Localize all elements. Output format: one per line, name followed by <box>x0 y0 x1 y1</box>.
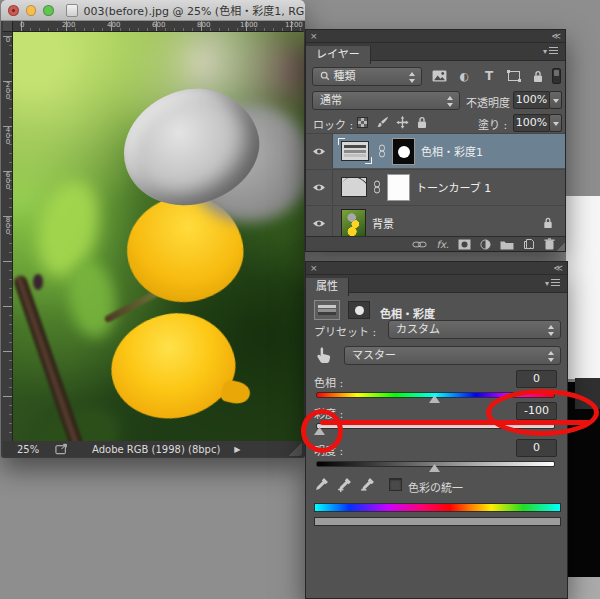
filter-pixel-layers-icon[interactable] <box>429 68 449 84</box>
ruler-label: 200 <box>4 81 12 99</box>
document-proxy-icon <box>66 4 79 17</box>
layer-row-background[interactable]: 背景 <box>306 205 565 240</box>
opacity-value-field[interactable]: 100% <box>513 91 550 109</box>
panel-close-icon[interactable]: × <box>310 262 318 274</box>
preset-label: プリセット : <box>314 323 376 339</box>
window-resize-grip[interactable] <box>289 443 302 456</box>
layer-row-curves[interactable]: トーンカーブ 1 <box>306 169 565 204</box>
ruler-label: 200 <box>62 21 75 29</box>
curves-thumbnail-icon[interactable] <box>341 177 367 197</box>
visibility-toggle[interactable] <box>306 206 333 240</box>
filter-smart-object-icon[interactable] <box>528 68 548 84</box>
new-adjustment-layer-icon[interactable] <box>480 239 491 250</box>
layer-filter-toggle[interactable] <box>552 68 561 84</box>
lock-position-move-icon[interactable] <box>392 114 412 130</box>
type-tool-icon: T <box>485 69 493 83</box>
eye-icon <box>312 147 326 156</box>
ruler-vertical: 0 200 400 600 800 <box>3 32 13 441</box>
ruler-label: 600 <box>4 171 12 189</box>
minimize-button[interactable] <box>26 5 37 16</box>
layer-mask-thumbnail[interactable] <box>392 138 415 165</box>
saturation-slider-track[interactable] <box>316 423 555 429</box>
panel-menu-icon[interactable]: ▾ <box>543 47 561 57</box>
visibility-toggle[interactable] <box>306 170 333 204</box>
lock-all-icon[interactable] <box>412 114 432 130</box>
link-layers-icon[interactable] <box>412 240 427 249</box>
canvas-image[interactable] <box>13 32 304 441</box>
titlebar[interactable]: 003(before).jpg @ 25% (色相・彩度1, RG... <box>1 0 305 21</box>
preset-dropdown[interactable]: カスタム <box>388 320 561 339</box>
caret-icon: ▾ <box>545 279 549 288</box>
panel-menu-icon[interactable]: ▾ <box>545 279 563 289</box>
fill-value-field[interactable]: 100% <box>513 114 550 132</box>
layer-row-hue-saturation[interactable]: 色相・彩度1 <box>306 133 565 168</box>
layer-mask-thumbnail[interactable] <box>387 174 410 201</box>
layer-name[interactable]: トーンカーブ 1 <box>416 179 491 195</box>
lock-pixels-brush-icon[interactable] <box>372 114 392 130</box>
fill-dropdown-button[interactable] <box>549 114 562 132</box>
close-button[interactable] <box>8 5 19 16</box>
colorize-checkbox[interactable] <box>389 478 402 491</box>
new-group-folder-icon[interactable] <box>500 239 514 250</box>
layers-tab-row: レイヤー ▾ <box>306 43 565 61</box>
zoom-level-field[interactable]: 25% <box>17 444 55 455</box>
mask-badge-icon[interactable] <box>348 301 370 319</box>
eyedropper-icon[interactable] <box>314 477 330 493</box>
blend-mode-dropdown[interactable]: 通常 <box>312 91 460 110</box>
panel-resize-grip[interactable] <box>555 241 565 251</box>
layers-panel: × ≪ レイヤー ▾ 種類 ◐ T 通常 <box>305 29 566 252</box>
ruler-label: 1000 <box>240 21 258 29</box>
panel-collapse-icon[interactable]: ≪ <box>552 30 560 42</box>
eyedropper-minus-icon[interactable] <box>360 477 376 493</box>
hue-sat-adjustment-icon <box>314 300 340 320</box>
status-bar: 25% Adobe RGB (1998) (8bpc) ▶ <box>3 441 303 457</box>
ruler-label: 1200 <box>285 21 303 29</box>
targeted-adjustment-tool-icon[interactable] <box>315 346 333 368</box>
filter-shape-layers-icon[interactable] <box>504 68 524 84</box>
properties-panel: × ≪ 属性 ▾ 色相・彩度 プリセット : カスタム マスター 色相 : 0 … <box>305 261 568 599</box>
layer-name[interactable]: 色相・彩度1 <box>421 143 483 159</box>
maximize-button[interactable] <box>43 5 54 16</box>
tab-properties[interactable]: 属性 <box>306 278 349 296</box>
dropdown-arrows-icon <box>548 351 555 362</box>
new-layer-icon[interactable] <box>523 238 535 250</box>
background-window-black <box>567 382 600 577</box>
photoshop-workspace: 003(before).jpg @ 25% (色相・彩度1, RG... 0 2… <box>0 0 600 599</box>
channel-dropdown[interactable]: マスター <box>344 346 561 365</box>
photo-bud <box>33 274 43 290</box>
lightness-value-field[interactable]: 0 <box>516 439 557 457</box>
share-icon[interactable] <box>55 443 70 455</box>
adjustment-title: 色相・彩度 <box>380 305 435 321</box>
lock-transparency-icon[interactable] <box>352 114 372 130</box>
background-layer-thumbnail[interactable] <box>341 209 366 238</box>
tab-layers[interactable]: レイヤー <box>306 46 371 64</box>
ruler-label: 600 <box>152 21 165 29</box>
panel-close-icon[interactable]: × <box>310 30 318 42</box>
document-window: 003(before).jpg @ 25% (色相・彩度1, RG... 0 2… <box>1 0 305 458</box>
dropdown-arrows-icon <box>447 96 454 107</box>
filter-type-layers-icon[interactable]: T <box>479 68 499 84</box>
filter-adjustment-layers-icon[interactable]: ◐ <box>454 68 474 84</box>
saturation-value-field[interactable]: -100 <box>516 402 557 420</box>
panel-collapse-icon[interactable]: ≪ <box>554 262 562 274</box>
adjustment-layer-thumbnail[interactable] <box>338 138 372 164</box>
dropdown-arrows-icon <box>548 325 555 336</box>
ruler-label: 400 <box>4 126 12 144</box>
lock-label: ロック : <box>313 116 353 132</box>
layer-style-fx-icon[interactable]: fx. <box>436 239 449 250</box>
layer-filter-dropdown[interactable]: 種類 <box>312 67 422 86</box>
layer-name[interactable]: 背景 <box>372 215 394 231</box>
layers-panel-header: × ≪ <box>306 30 565 43</box>
delete-layer-trash-icon[interactable] <box>544 238 555 250</box>
spectrum-bar-original <box>314 503 561 512</box>
visibility-toggle[interactable] <box>306 134 333 168</box>
add-mask-icon[interactable] <box>458 239 471 250</box>
eyedropper-plus-icon[interactable] <box>337 477 353 493</box>
hue-value-field[interactable]: 0 <box>516 370 557 388</box>
background-window-gray-box <box>575 378 600 409</box>
eye-icon <box>312 183 326 192</box>
opacity-dropdown-button[interactable] <box>549 91 562 109</box>
status-options-arrow-icon[interactable]: ▶ <box>234 445 240 454</box>
ruler-label: 800 <box>4 216 12 234</box>
link-icon <box>373 180 381 194</box>
